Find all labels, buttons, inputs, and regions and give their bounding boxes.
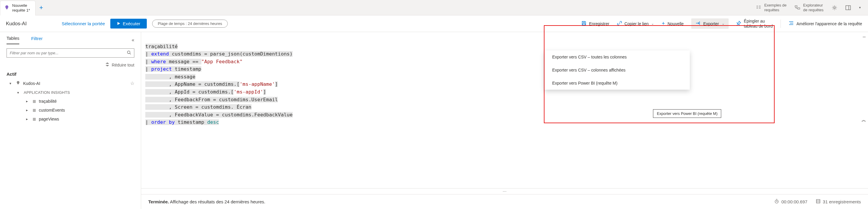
- play-icon: [117, 21, 120, 26]
- new-rule-button[interactable]: + Nouvelle: [661, 21, 684, 27]
- run-button[interactable]: Exécuter: [110, 19, 147, 29]
- svg-rect-3: [846, 6, 850, 10]
- editor-area: traçabilité | extend customdims = parse_…: [141, 32, 868, 209]
- tooltip: Exporter vers Power BI (requête M): [653, 109, 721, 118]
- format-query-button[interactable]: Améliorer l'apparence de la requête: [788, 21, 862, 27]
- svg-rect-1: [798, 8, 800, 9]
- save-button[interactable]: Enregistrer: [582, 21, 609, 26]
- collapse-all-button[interactable]: Réduire tout: [0, 62, 141, 70]
- export-icon: [695, 21, 700, 26]
- add-tab-button[interactable]: +: [36, 4, 47, 11]
- caret-right-icon: ▸: [26, 117, 30, 121]
- format-label: Améliorer l'apparence de la requête: [797, 21, 862, 26]
- pin-button[interactable]: Épingler au tableau de bord: [736, 19, 773, 29]
- query-explorer-button[interactable]: Explorateur de requêtes: [795, 3, 824, 12]
- tree-table-label: customEvents: [39, 108, 65, 113]
- status-done: Terminée.: [148, 199, 169, 204]
- records-icon: [816, 199, 820, 205]
- svg-rect-8: [816, 200, 820, 203]
- tree-root[interactable]: ▾ Kudos-AI ☆: [3, 78, 138, 88]
- search-icon: [127, 51, 131, 56]
- query-tab[interactable]: Nouvelle requête 1*: [0, 1, 36, 16]
- export-csv-displayed[interactable]: Exporter vers CSV – colonnes affichées: [545, 63, 690, 77]
- format-icon: [788, 21, 794, 27]
- status-msg: Affichage des résultats des 24 dernières…: [170, 199, 266, 204]
- horizontal-splitter[interactable]: ⋯: [141, 188, 868, 194]
- table-filter-input[interactable]: [10, 51, 127, 55]
- svg-point-5: [127, 51, 130, 54]
- svg-line-6: [130, 54, 131, 55]
- copy-link-button[interactable]: Copier le lien ⌄: [617, 21, 654, 26]
- tree-table-label: pageViews: [39, 117, 59, 121]
- table-filter-input-wrap[interactable]: [6, 49, 134, 58]
- stopwatch-icon: [774, 199, 779, 205]
- plus-icon: +: [661, 21, 665, 27]
- tree-table-traces[interactable]: ▸ ▦ traçabilité: [3, 97, 138, 106]
- lightbulb-icon: [4, 5, 9, 11]
- star-icon[interactable]: ☆: [130, 81, 134, 86]
- table-icon: ▦: [33, 117, 36, 121]
- copy-link-label: Copier le lien: [624, 21, 649, 26]
- chevron-down-icon[interactable]: ▾: [859, 6, 861, 9]
- tab-strip: Nouvelle requête 1* + Exemples de requêt…: [0, 0, 868, 16]
- export-button[interactable]: Exporter ⌄: [691, 19, 728, 29]
- link-icon: [617, 21, 622, 26]
- export-dropdown: Exporter vers CSV – toutes les colonnes …: [545, 51, 690, 90]
- tables-tab[interactable]: Tables: [6, 36, 19, 44]
- scope-name: Kudos-AI: [6, 21, 27, 27]
- svg-rect-0: [795, 6, 797, 7]
- pin-label: Épingler au tableau de bord: [744, 19, 773, 29]
- tree-table-pageviews[interactable]: ▸ ▦ pageViews: [3, 115, 138, 123]
- panel-layout-icon[interactable]: [845, 5, 851, 10]
- examples-label: Exemples de requêtes: [764, 3, 786, 12]
- new-rule-label: Nouvelle: [668, 21, 684, 26]
- query-explorer-label: Explorateur de requêtes: [803, 3, 824, 12]
- time-range-pill[interactable]: Plage de temps : 24 dernières heures: [152, 20, 228, 28]
- query-tab-label: Nouvelle requête 1*: [12, 3, 30, 13]
- caret-right-icon: ▸: [26, 108, 30, 112]
- table-icon: ▦: [33, 108, 36, 112]
- left-panel: Tables Filtrer « Réduire tout Actif ▾: [0, 32, 141, 209]
- list-icon: [756, 5, 761, 10]
- chevron-down-icon: ⌄: [722, 22, 724, 26]
- caret-down-icon: ▾: [17, 91, 21, 95]
- collapse-all-icon: [105, 62, 110, 67]
- scroll-top-icon[interactable]: ︽: [862, 117, 866, 123]
- save-icon: [582, 21, 586, 26]
- filter-tab[interactable]: Filtrer: [31, 36, 42, 44]
- collapse-all-label: Réduire tout: [112, 63, 134, 67]
- export-csv-all[interactable]: Exporter vers CSV – toutes les colonnes: [545, 51, 690, 63]
- settings-gear-icon[interactable]: [832, 5, 837, 10]
- table-icon: ▦: [33, 99, 36, 103]
- select-scope-link[interactable]: Sélectionner la portée: [62, 21, 105, 26]
- run-label: Exécuter: [123, 21, 140, 26]
- status-bar: Terminée. Affichage des résultats des 24…: [141, 194, 868, 209]
- export-powerbi[interactable]: Exporter vers Power BI (requête M): [545, 77, 690, 90]
- folder-tree-icon: [795, 5, 800, 10]
- save-label: Enregistrer: [589, 21, 609, 26]
- examples-button[interactable]: Exemples de requêtes: [756, 3, 786, 12]
- chevron-down-icon: ⌄: [651, 22, 654, 26]
- export-label: Exporter: [703, 21, 719, 26]
- status-records: 31 enregistrements: [823, 199, 861, 204]
- caret-right-icon: ▸: [26, 99, 30, 103]
- main-area: Tables Filtrer « Réduire tout Actif ▾: [0, 32, 868, 209]
- tree-table-customevents[interactable]: ▸ ▦ customEvents: [3, 106, 138, 115]
- editor-expand-icon[interactable]: —: [863, 33, 866, 41]
- pin-icon: [736, 21, 741, 26]
- query-editor[interactable]: traçabilité | extend customdims = parse_…: [141, 32, 868, 188]
- svg-point-2: [834, 7, 835, 9]
- tree-root-label: Kudos-AI: [23, 81, 40, 86]
- divider: [780, 20, 781, 28]
- query-toolbar: Kudos-AI Sélectionner la portée Exécuter…: [0, 16, 868, 32]
- tree-insights-label: APPLICATION INSIGHTS: [24, 90, 70, 95]
- active-group-header: Actif: [0, 70, 141, 78]
- caret-down-icon: ▾: [9, 81, 13, 86]
- tree-insights-group[interactable]: ▾ APPLICATION INSIGHTS: [3, 88, 138, 97]
- collapse-panel-icon[interactable]: «: [132, 37, 134, 43]
- tree-table-label: traçabilité: [39, 99, 57, 103]
- lightbulb-icon: [16, 81, 20, 86]
- status-duration: 00:00:00.697: [781, 199, 807, 204]
